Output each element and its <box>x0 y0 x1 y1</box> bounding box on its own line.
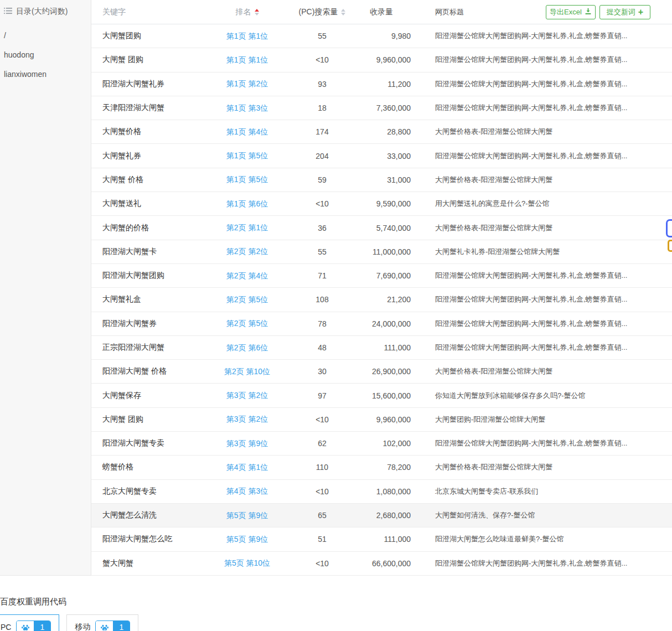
pc-weight-badge: 1 <box>16 620 51 631</box>
column-header-index: 收录量 <box>352 7 411 17</box>
mobile-weight-tab[interactable]: 移动 m 1 <box>66 614 138 631</box>
mobile-weight-badge: m 1 <box>95 620 130 631</box>
rank-link[interactable]: 第2页 第5位 <box>226 319 268 328</box>
page-title-cell: 大闸蟹礼卡礼券-阳澄湖蟹公馆牌大闸蟹 <box>411 247 672 257</box>
index-count-cell: 31,000 <box>352 175 411 184</box>
keyword-cell: 阳澄湖大闸蟹礼券 <box>91 79 202 89</box>
sort-arrows-rank-icon[interactable] <box>255 9 259 15</box>
rank-link[interactable]: 第5页 第10位 <box>224 558 270 567</box>
page-title-cell: 阳澄湖蟹公馆牌大闸蟹团购网-大闸蟹礼券,礼盒,螃蟹券直销... <box>411 55 672 65</box>
rank-link[interactable]: 第4页 第3位 <box>226 487 268 495</box>
keyword-cell: 大闸蟹团购 <box>91 31 202 41</box>
page-title-cell: 用大闸蟹送礼的寓意是什么?-蟹公馆 <box>411 199 672 209</box>
download-icon <box>585 8 592 17</box>
table-row: 阳澄湖大闸蟹怎么吃 第5页 第9位 51 111,000 阳澄湖大闸蟹怎么吃味道… <box>91 527 672 551</box>
pc-search-cell: 55 <box>292 32 352 40</box>
keyword-cell: 大闸蟹的价格 <box>91 223 202 233</box>
table-row: 大闸蟹保存 第3页 第2位 97 15,600,000 你知道大闸蟹放到冰箱能够… <box>91 384 672 407</box>
column-header-rank[interactable]: 排名 <box>202 7 292 17</box>
rank-link[interactable]: 第2页 第5位 <box>226 295 268 304</box>
export-excel-button[interactable]: 导出Excel <box>546 5 596 19</box>
rank-link[interactable]: 第1页 第2位 <box>226 79 268 88</box>
pc-weight-value: 1 <box>34 621 50 631</box>
baidu-paw-icon <box>17 621 34 631</box>
page-title-cell: 大闸蟹价格表-阳澄湖蟹公馆牌大闸蟹 <box>411 127 672 137</box>
page-title-cell: 大闸蟹价格表-阳澄湖蟹公馆牌大闸蟹 <box>411 223 672 233</box>
rank-link[interactable]: 第3页 第9位 <box>226 439 268 448</box>
table-row: 北京大闸蟹专卖 第4页 第3位 <10 1,080,000 北京东城大闸蟹专卖店… <box>91 480 672 504</box>
rank-link[interactable]: 第5页 第9位 <box>226 535 268 544</box>
pc-search-cell: <10 <box>292 55 352 64</box>
rank-cell: 第2页 第2位 <box>202 246 292 257</box>
index-count-cell: 11,200 <box>352 80 411 89</box>
table-row: 大闸蟹送礼 第1页 第6位 <10 9,590,000 用大闸蟹送礼的寓意是什么… <box>91 192 672 216</box>
rank-link[interactable]: 第1页 第5位 <box>226 151 268 160</box>
page-title-cell: 阳澄湖蟹公馆牌大闸蟹团购网-大闸蟹礼券,礼盒,螃蟹券直销... <box>411 343 672 353</box>
sidebar-item-root[interactable]: / <box>4 26 91 45</box>
index-count-cell: 111,000 <box>352 343 411 352</box>
page-title-cell: 大闸蟹价格表-阳澄湖蟹公馆牌大闸蟹 <box>411 175 672 185</box>
column-header-pc-search[interactable]: (PC)搜索量 <box>292 7 352 17</box>
page-title-cell: 北京东城大闸蟹专卖店-联系我们 <box>411 487 672 496</box>
sort-arrows-pc-icon[interactable] <box>341 9 345 15</box>
pc-search-cell: 36 <box>292 224 352 232</box>
rank-link[interactable]: 第2页 第2位 <box>226 247 268 256</box>
submit-new-word-button[interactable]: 提交新词 + <box>599 5 650 19</box>
index-count-cell: 24,000,000 <box>352 319 411 328</box>
sidebar-item-lianxiwomen[interactable]: lianxiwomen <box>4 65 91 84</box>
index-count-cell: 9,960,000 <box>352 55 411 64</box>
rank-link[interactable]: 第2页 第4位 <box>226 271 268 280</box>
keyword-cell: 大闸蟹保存 <box>91 391 202 401</box>
rank-link[interactable]: 第5页 第9位 <box>226 511 268 520</box>
pc-search-cell: 51 <box>292 535 352 544</box>
rank-cell: 第1页 第1位 <box>202 31 292 42</box>
rank-link[interactable]: 第1页 第1位 <box>226 55 268 64</box>
rank-link[interactable]: 第1页 第1位 <box>226 32 268 40</box>
keyword-cell: 正宗阳澄湖大闸蟹 <box>91 343 202 353</box>
rank-cell: 第2页 第5位 <box>202 294 292 305</box>
rank-link[interactable]: 第4页 第1位 <box>226 463 268 472</box>
sidebar: 目录(大约词数) / huodong lianxiwomen <box>0 0 91 575</box>
rank-cell: 第5页 第9位 <box>202 510 292 521</box>
table-body: 大闸蟹团购 第1页 第1位 55 9,980 阳澄湖蟹公馆牌大闸蟹团购网-大闸蟹… <box>91 24 672 576</box>
feedback-widget-fragment-yellow[interactable] <box>668 240 672 252</box>
sidebar-item-huodong[interactable]: huodong <box>4 45 91 65</box>
column-header-keyword[interactable]: 关键字 <box>91 7 202 17</box>
rank-link[interactable]: 第3页 第2位 <box>226 391 268 400</box>
rank-link[interactable]: 第2页 第6位 <box>226 343 268 352</box>
rank-link[interactable]: 第3页 第2位 <box>226 415 268 423</box>
rank-link[interactable]: 第1页 第3位 <box>226 104 268 112</box>
weight-tabs: PC 1 移动 <box>0 614 672 631</box>
sidebar-title: 目录(大约词数) <box>4 7 91 17</box>
index-count-cell: 2,680,000 <box>352 511 411 520</box>
rank-link[interactable]: 第1页 第6位 <box>226 199 268 208</box>
feedback-widget-fragment-blue[interactable] <box>666 219 672 237</box>
plus-icon: + <box>638 8 643 17</box>
table-row: 大闸蟹 团购 第1页 第1位 <10 9,960,000 阳澄湖蟹公馆牌大闸蟹团… <box>91 48 672 72</box>
sidebar-title-label: 目录(大约词数) <box>16 7 68 17</box>
table-row: 大闸蟹怎么清洗 第5页 第9位 65 2,680,000 大闸蟹如何清洗、保存?… <box>91 504 672 527</box>
pc-search-cell: 59 <box>292 175 352 184</box>
rank-cell: 第3页 第2位 <box>202 414 292 425</box>
pc-search-cell: 55 <box>292 247 352 256</box>
index-count-cell: 1,080,000 <box>352 487 411 496</box>
rank-link[interactable]: 第1页 第5位 <box>226 175 268 184</box>
keyword-cell: 大闸蟹礼盒 <box>91 294 202 304</box>
index-count-cell: 78,200 <box>352 463 411 472</box>
pc-search-cell: 174 <box>292 127 352 136</box>
keyword-cell: 大闸蟹 价格 <box>91 175 202 185</box>
table-row: 阳澄湖大闸蟹 价格 第2页 第10位 30 26,900,000 大闸蟹价格表-… <box>91 360 672 384</box>
keyword-cell: 大闸蟹 团购 <box>91 415 202 425</box>
pc-weight-tab[interactable]: PC 1 <box>0 614 59 631</box>
keyword-cell: 大闸蟹怎么清洗 <box>91 510 202 520</box>
rank-cell: 第1页 第2位 <box>202 79 292 89</box>
rank-cell: 第2页 第4位 <box>202 271 292 281</box>
rank-cell: 第1页 第1位 <box>202 55 292 65</box>
rank-link[interactable]: 第2页 第1位 <box>226 223 268 232</box>
index-count-cell: 9,980 <box>352 32 411 40</box>
table-row: 蟹大闸蟹 第5页 第10位 <10 66,600,000 阳澄湖蟹公馆牌大闸蟹团… <box>91 552 672 576</box>
rank-link[interactable]: 第1页 第4位 <box>226 127 268 136</box>
rank-link[interactable]: 第2页 第10位 <box>224 367 270 376</box>
index-count-cell: 102,000 <box>352 439 411 448</box>
rank-cell: 第2页 第5位 <box>202 318 292 329</box>
